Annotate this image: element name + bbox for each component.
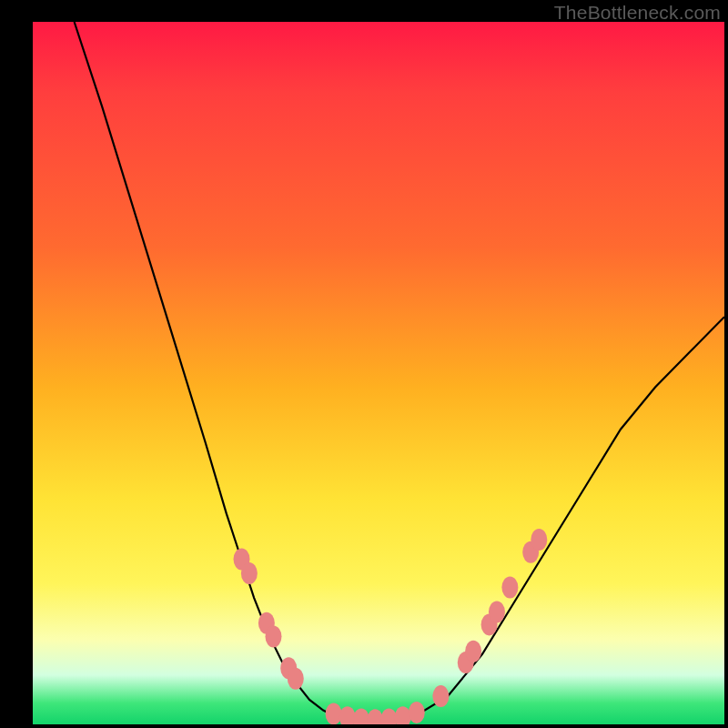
curve-marker [367, 709, 383, 724]
curve-marker [409, 702, 425, 723]
curve-marker [489, 601, 505, 622]
bottleneck-curve [75, 22, 724, 723]
curve-marker [241, 562, 258, 584]
curve-marker [531, 529, 547, 551]
plot-area [33, 22, 724, 724]
curve-marker [326, 703, 342, 724]
curve-marker [432, 685, 449, 707]
curve-layer [33, 22, 724, 724]
curve-marker [339, 706, 356, 724]
curve-marker [265, 626, 281, 648]
curve-marker [501, 576, 518, 598]
chart-frame: TheBottleneck.com [0, 0, 728, 728]
curve-marker [353, 709, 369, 724]
watermark-text: TheBottleneck.com [554, 2, 721, 24]
curve-marker [288, 668, 304, 690]
curve-marker [395, 706, 411, 724]
curve-marker [465, 641, 481, 662]
